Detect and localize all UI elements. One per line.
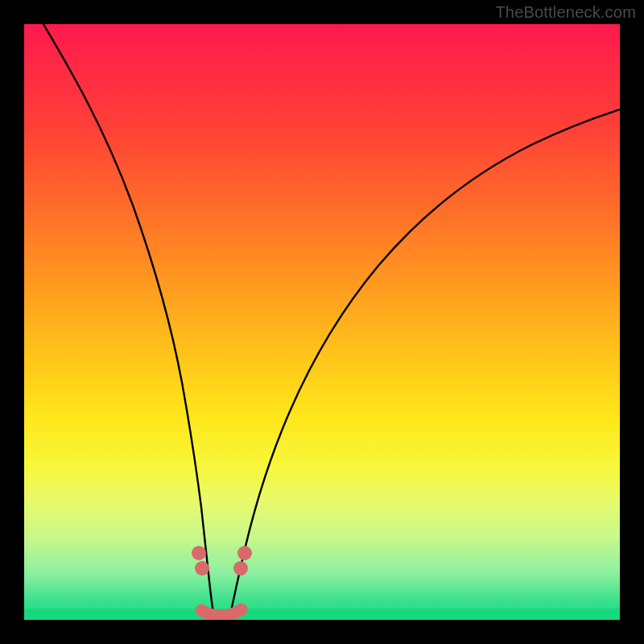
valley-thick-segment — [201, 609, 242, 616]
curve-layer — [24, 24, 620, 620]
marker-left-upper — [192, 546, 206, 560]
marker-right-lower — [233, 561, 248, 576]
chart-frame: TheBottleneck.com — [0, 0, 644, 644]
marker-left-lower — [195, 561, 209, 576]
watermark-text: TheBottleneck.com — [495, 3, 636, 22]
marker-right-upper — [237, 546, 252, 560]
left-curve — [36, 24, 215, 618]
right-curve — [229, 107, 620, 618]
plot-area — [24, 24, 620, 620]
